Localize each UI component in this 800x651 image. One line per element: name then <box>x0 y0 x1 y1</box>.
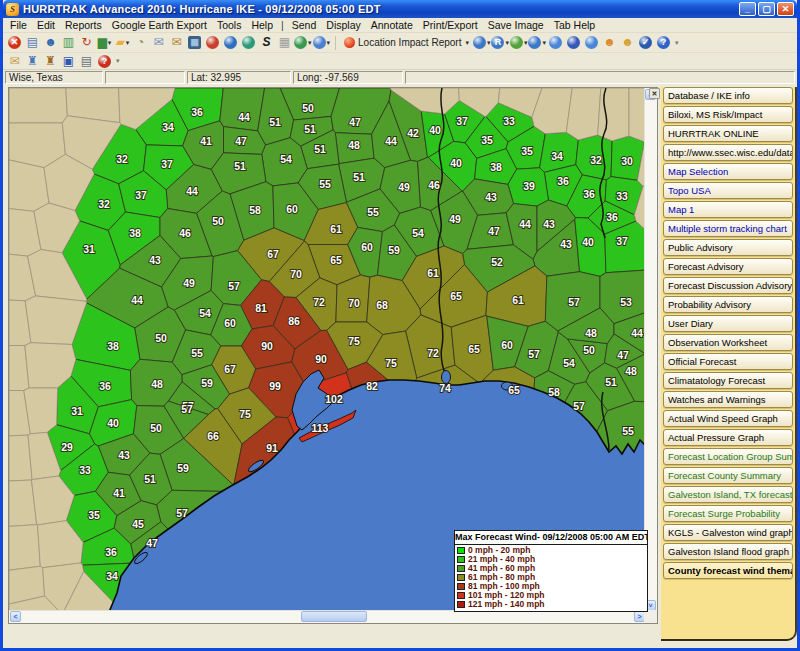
stamp-blue-icon[interactable]: ♜ <box>24 53 41 70</box>
globe-blue-icon[interactable] <box>222 34 239 51</box>
sidebar-item-forecast-discussion-advisory[interactable]: Forecast Discussion Advisory <box>663 277 793 294</box>
globe-green-export-icon[interactable]: ▾ <box>510 34 528 51</box>
sidebar-item-forecast-surge-probability[interactable]: Forecast Surge Probability <box>663 505 793 522</box>
county-wind-value: 44 <box>238 111 250 123</box>
sidebar-item-probability-advisory[interactable]: Probability Advisory <box>663 296 793 313</box>
globe-v2-icon[interactable]: ✓ <box>637 34 654 51</box>
sidebar-item-topo-usa[interactable]: Topo USA <box>663 182 793 199</box>
globe-report2-icon[interactable]: R▾ <box>491 34 509 51</box>
sidebar-item-user-diary[interactable]: User Diary <box>663 315 793 332</box>
scroll-left-button[interactable]: ˂ <box>10 611 21 622</box>
sidebar-item-biloxi-ms-risk-impact[interactable]: Biloxi, MS Risk/Impact <box>663 106 793 123</box>
sidebar-item-forecast-advisory[interactable]: Forecast Advisory <box>663 258 793 275</box>
county-wind-value: 81 <box>255 302 267 314</box>
sidebar-item-map-selection[interactable]: Map Selection <box>663 163 793 180</box>
sidebar-item-climatatology-forecast[interactable]: Climatatology Forecast <box>663 372 793 389</box>
globe-red-icon[interactable] <box>204 34 221 51</box>
sidebar-item-hurrtrak-online[interactable]: HURRTRAK ONLINE <box>663 125 793 142</box>
county-cell[interactable] <box>220 88 265 131</box>
county-wind-value: 82 <box>366 380 378 392</box>
menu-send[interactable]: Send <box>287 19 322 31</box>
globe-report1-icon[interactable]: ▾ <box>473 34 491 51</box>
hurricane-symbol-icon[interactable]: S <box>258 34 275 51</box>
menu-save-image[interactable]: Save Image <box>483 19 549 31</box>
toolbar-overflow-icon[interactable]: ▾ <box>675 39 679 47</box>
user-icon[interactable]: ☻ <box>42 34 59 51</box>
sidebar-item-watches-and-warnings[interactable]: Watches and Warnings <box>663 391 793 408</box>
report-window-icon: ▤ <box>27 36 38 49</box>
minimize-button[interactable]: _ <box>739 2 756 16</box>
sidebar-item-forecast-location-group-summary[interactable]: Forecast Location Group Summary <box>663 448 793 465</box>
globe-marker-icon[interactable]: ▾ <box>528 34 546 51</box>
sidebar-item-actual-wind-speed-graph[interactable]: Actual Wind Speed Graph <box>663 410 793 427</box>
sidebar-item-actual-pressure-graph[interactable]: Actual Pressure Graph <box>663 429 793 446</box>
kml-globe-icon[interactable]: ▾ <box>313 34 331 51</box>
globe-blue-icon <box>224 36 237 49</box>
earth-csv-icon[interactable]: ▾ <box>294 34 312 51</box>
county-wind-value: 37 <box>456 115 468 127</box>
sidebar-item-galveston-island-flood-graph[interactable]: Galveston Island flood graph <box>663 543 793 560</box>
county-wind-value: 65 <box>468 343 480 355</box>
globe-view2-icon[interactable] <box>565 34 582 51</box>
help-red-icon[interactable]: ? <box>96 53 113 70</box>
exit-icon[interactable]: ✕ <box>6 34 23 51</box>
help-icon[interactable]: ? <box>655 34 672 51</box>
county-nodata[interactable] <box>566 88 601 140</box>
scrollbar-thumb[interactable] <box>301 611 367 622</box>
menu-reports[interactable]: Reports <box>60 19 107 31</box>
sidebar-item-map-1[interactable]: Map 1 <box>663 201 793 218</box>
menu-file[interactable]: File <box>5 19 32 31</box>
location-impact-report-button[interactable]: Location Impact Report▾ <box>340 36 473 49</box>
menu-print-export[interactable]: Print/Export <box>418 19 483 31</box>
mail-image-icon[interactable]: ✉ <box>168 34 185 51</box>
export-mail-icon[interactable]: ✉ <box>6 53 23 70</box>
map-image-icon[interactable]: ▦ <box>186 34 203 51</box>
globe-view1-icon[interactable] <box>547 34 564 51</box>
menu-annotate[interactable]: Annotate <box>366 19 418 31</box>
county-wind-value: 57 <box>568 296 580 308</box>
refresh-icon[interactable]: ↻ <box>78 34 95 51</box>
panel-close-icon[interactable]: ✕ <box>649 88 660 99</box>
print-icon[interactable]: ▤ <box>78 53 95 70</box>
county-nodata[interactable] <box>9 160 49 211</box>
folder-icon[interactable]: ▰▾ <box>114 34 131 51</box>
kml-globe-icon <box>313 36 326 49</box>
menu-tools[interactable]: Tools <box>212 19 247 31</box>
sidebar-item-kgls-galveston-wind-graph[interactable]: KGLS - Galveston wind graph <box>663 524 793 541</box>
sidebar-item-public-advisory[interactable]: Public Advisory <box>663 239 793 256</box>
county-wind-value: 67 <box>224 363 236 375</box>
stamp-gold-icon[interactable]: ♜ <box>42 53 59 70</box>
globe-teal-icon[interactable] <box>240 34 257 51</box>
close-button[interactable]: ✕ <box>777 2 794 16</box>
county-nodata[interactable] <box>9 88 67 123</box>
county-nodata[interactable] <box>598 88 629 141</box>
globe-view3-icon[interactable] <box>583 34 600 51</box>
sidebar-item-http-www-ssec-wisc-edu-data-g8-lat[interactable]: http://www.ssec.wisc.edu/data/g8/lat <box>663 144 793 161</box>
impact-person2-icon[interactable]: ☻ <box>619 34 636 51</box>
menu-display[interactable]: Display <box>321 19 365 31</box>
sidebar-item-county-forecast-wind-thematic[interactable]: County forecast wind thematic <box>663 562 793 579</box>
send-mail-icon[interactable]: ✉ <box>150 34 167 51</box>
sidebar-item-galveston-island-tx-forecast-detail[interactable]: Galveston Island, TX forecast detail <box>663 486 793 503</box>
menu-help[interactable]: Help <box>246 19 278 31</box>
sidebar-item-database-ike-info[interactable]: Database / IKE info <box>663 87 793 104</box>
chart-export-icon[interactable]: ▆▾ <box>96 34 113 51</box>
menu-tab-help[interactable]: Tab Help <box>549 19 600 31</box>
menu-edit[interactable]: Edit <box>32 19 60 31</box>
impact-person1-icon[interactable]: ☻ <box>601 34 618 51</box>
maximize-button[interactable]: ▢ <box>758 2 775 16</box>
report-window-icon[interactable]: ▤ <box>24 34 41 51</box>
doc-clock-icon[interactable]: ◔ <box>132 34 149 51</box>
county-wind-value: 35 <box>481 134 493 146</box>
save-icon[interactable]: ▣ <box>60 53 77 70</box>
menu-google-earth-export[interactable]: Google Earth Export <box>107 19 212 31</box>
summary-doc-icon[interactable]: ▥ <box>60 34 77 51</box>
sidebar-item-forecast-county-summary[interactable]: Forecast County Summary <box>663 467 793 484</box>
county-wind-value: 47 <box>235 135 247 147</box>
grid-tracking-icon[interactable]: ▦ <box>276 34 293 51</box>
toolbar-overflow-icon[interactable]: ▾ <box>116 57 120 65</box>
sidebar-item-multiple-storm-tracking-chart[interactable]: Multiple storm tracking chart <box>663 220 793 237</box>
county-nodata[interactable] <box>9 525 40 571</box>
sidebar-item-official-forecast[interactable]: Official Forecast <box>663 353 793 370</box>
sidebar-item-observation-worksheet[interactable]: Observation Worksheet <box>663 334 793 351</box>
